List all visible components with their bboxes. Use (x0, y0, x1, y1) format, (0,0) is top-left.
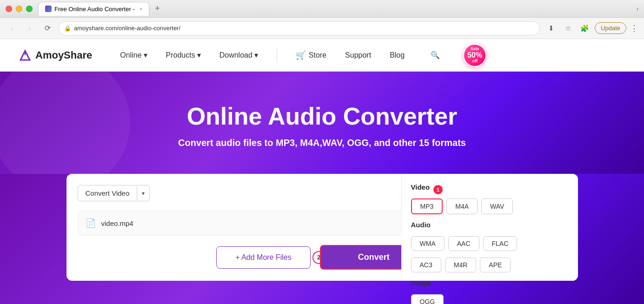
active-tab[interactable]: Free Online Audio Converter - × (38, 2, 149, 16)
sale-badge[interactable]: Sale 50% off (463, 44, 486, 67)
traffic-lights (6, 6, 33, 12)
format-btn-ac3[interactable]: AC3 (411, 258, 441, 272)
format-btn-flac[interactable]: FLAC (483, 236, 518, 251)
format-btn-aac[interactable]: AAC (448, 236, 479, 251)
download-page-button[interactable]: ⬇ (544, 22, 558, 35)
bookmark-button[interactable]: ☆ (561, 22, 574, 35)
format-grid-row3: AC3 M4R APE (411, 258, 569, 272)
hero-content: Online Audio Converter Convert audio fil… (0, 72, 644, 174)
maximize-button[interactable] (26, 6, 33, 12)
online-chevron-icon: ▾ (144, 51, 147, 59)
convert-video-dropdown-icon[interactable]: ▾ (137, 186, 149, 200)
video-section-row: Video 1 (411, 183, 569, 196)
nav-store[interactable]: 🛒 Store (296, 50, 326, 60)
nav-divider (277, 48, 277, 62)
format-grid-row1: MP3 M4A WAV (411, 198, 569, 214)
format-btn-ape[interactable]: APE (480, 258, 511, 272)
toolbar-right: ⬇ ☆ 🧩 Update ⋮ (544, 22, 638, 35)
audio-section-row: Audio (411, 221, 569, 233)
step1-badge: 1 (433, 185, 443, 194)
format-btn-ogg[interactable]: OGG (411, 294, 444, 304)
converter-section: Convert Video ▾ Convert file to ... ▾ (0, 174, 644, 304)
update-button[interactable]: Update (595, 22, 626, 34)
tab-chevron-icon[interactable]: › (637, 6, 638, 12)
search-icon[interactable]: 🔍 (431, 51, 440, 59)
format-btn-wma[interactable]: WMA (411, 236, 445, 251)
website-content: AmoyShare Online ▾ Products ▾ Download ▾… (0, 39, 644, 304)
nav-products[interactable]: Products ▾ (166, 51, 201, 59)
convert-video-label: Convert Video (78, 185, 137, 201)
format-btn-m4a[interactable]: M4A (446, 198, 478, 214)
address-input[interactable] (59, 21, 540, 35)
cart-icon: 🛒 (296, 50, 306, 60)
reload-button[interactable]: ⟳ (41, 22, 54, 35)
more-options-button[interactable]: ⋮ (630, 23, 638, 33)
hero-title: Online Audio Converter (187, 102, 458, 130)
new-tab-button[interactable]: + (151, 4, 164, 13)
address-bar: ‹ › ⟳ 🔒 ⬇ ☆ 🧩 Update ⋮ (0, 18, 644, 39)
audio-section-label[interactable]: Audio (411, 221, 431, 229)
title-bar: Free Online Audio Converter - × + › (0, 0, 644, 18)
minimize-button[interactable] (16, 6, 22, 12)
converter-box: Convert Video ▾ Convert file to ... ▾ (66, 174, 578, 281)
format-grid-row4: OGG (411, 294, 569, 304)
add-more-files-button[interactable]: + Add More Files (216, 246, 311, 269)
format-grid-row2: WMA AAC FLAC (411, 236, 569, 251)
close-button[interactable] (6, 6, 12, 12)
site-navigation: AmoyShare Online ▾ Products ▾ Download ▾… (0, 39, 644, 72)
hero-subtitle: Convert audio files to MP3, M4A,WAV, OGG… (178, 138, 466, 148)
forward-button[interactable]: › (23, 22, 36, 35)
tab-title: Free Online Audio Converter - (54, 6, 135, 13)
back-button[interactable]: ‹ (6, 22, 19, 35)
tab-close-button[interactable]: × (139, 6, 142, 12)
convert-video-selector[interactable]: Convert Video ▾ (78, 185, 150, 201)
lock-icon: 🔒 (64, 25, 71, 32)
address-bar-wrapper: 🔒 (59, 21, 540, 35)
logo-icon (19, 49, 32, 62)
nav-support[interactable]: Support (345, 51, 371, 59)
file-icon: 📄 (86, 218, 96, 228)
nav-online[interactable]: Online ▾ (120, 51, 147, 59)
nav-blog[interactable]: Blog (390, 51, 405, 59)
format-btn-m4r[interactable]: M4R (445, 258, 477, 272)
logo-text: AmoyShare (35, 49, 92, 61)
download-chevron-icon: ▾ (254, 51, 258, 59)
video-section-label[interactable]: Video (411, 183, 430, 191)
nav-download[interactable]: Download ▾ (219, 51, 258, 59)
products-chevron-icon: ▾ (197, 51, 201, 59)
image-section-row: Image (411, 279, 569, 291)
logo-area: AmoyShare (19, 49, 92, 62)
browser-window: Free Online Audio Converter - × + › ‹ › … (0, 0, 644, 304)
image-section-label[interactable]: Image (411, 279, 431, 287)
tab-favicon (45, 6, 52, 12)
tab-bar: Free Online Audio Converter - × + (38, 2, 637, 16)
extension-button[interactable]: 🧩 (578, 22, 591, 35)
format-popup: Video 1 MP3 M4A WAV Audio WMA (401, 174, 578, 281)
format-btn-wav[interactable]: WAV (481, 198, 513, 214)
format-btn-mp3[interactable]: MP3 (411, 198, 443, 214)
nav-links: Online ▾ Products ▾ Download ▾ 🛒 Store S… (120, 44, 625, 67)
hero-section: Online Audio Converter Convert audio fil… (0, 72, 644, 304)
